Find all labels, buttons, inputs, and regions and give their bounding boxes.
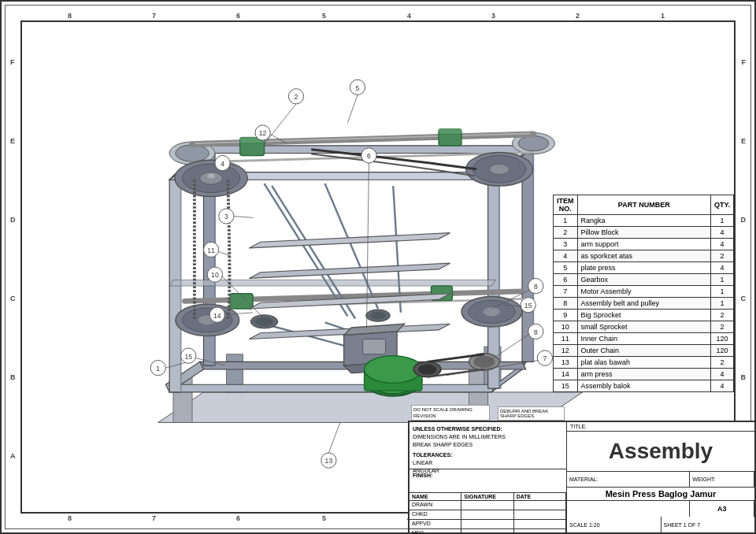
part-qty: 120 [710,333,733,345]
notes-label: UNLESS OTHERWISE SPECIFIED: [413,425,563,433]
table-row: 1Rangka1 [554,215,734,227]
part-qty: 2 [710,310,733,321]
drawing-title: Assembly [567,432,754,472]
mfg-date [514,529,566,534]
part-qty: 2 [710,321,733,333]
grid-num-top-2: 2 [576,12,580,20]
svg-point-83 [370,312,385,320]
svg-text:15: 15 [524,302,532,310]
grid-letter-right-C: C [741,295,747,302]
svg-text:6: 6 [367,152,371,160]
table-row: 13plat alas bawah2 [554,357,734,369]
part-qty: 1 [710,298,733,310]
grid-num-top-8: 8 [68,12,72,20]
part-item-no: 2 [554,227,578,239]
svg-marker-5 [169,384,499,392]
svg-text:13: 13 [325,457,333,465]
linear-label: LINEAR [413,459,563,467]
table-row: 11Inner Chain120 [554,333,734,345]
svg-line-98 [347,95,358,123]
table-row: 6Gearbox1 [554,274,734,286]
header-qty: QTY. [710,195,733,215]
svg-text:8: 8 [534,283,538,291]
chkd-label: CHKD [410,510,461,519]
part-item-no: 12 [554,345,578,357]
part-number: plat alas bawah [577,357,710,369]
part-item-no: 7 [554,286,578,298]
svg-line-89 [265,104,296,144]
dwg-no [567,501,690,517]
part-qty: 4 [710,380,733,392]
grid-num-top-7: 7 [152,12,156,20]
part-item-no: 6 [554,274,578,286]
grid-letter-left-D: D [10,216,16,224]
notes-line2: BREAK SHARP EDGES [413,441,563,449]
table-row: 4as sporkcet atas2 [554,250,734,262]
part-item-no: 15 [554,380,578,392]
svg-point-29 [518,135,549,150]
svg-line-122 [328,422,339,453]
svg-text:15: 15 [184,353,192,361]
part-number: Assembly balok [577,380,710,392]
scale: SCALE 1:20 [567,517,662,532]
grid-num-bot-6: 6 [236,514,240,522]
grid-letter-right-F: F [742,58,747,66]
svg-text:3: 3 [224,213,228,221]
part-item-no: 13 [554,357,578,369]
svg-text:10: 10 [211,271,219,279]
chkd-signature [461,510,513,519]
table-row: 10small Sprocket2 [554,321,734,333]
grid-num-bot-5: 5 [322,514,326,522]
svg-text:5: 5 [356,84,360,92]
part-item-no: 14 [554,369,578,380]
grid-num-top-5: 5 [322,12,326,20]
appvd-date [514,520,566,528]
sheet: SHEET 1 OF 7 [662,517,755,532]
part-qty: 120 [710,345,733,357]
parts-table: ITEM NO. PART NUMBER QTY. 1Rangka12Pillo… [553,195,734,392]
notes-section: UNLESS OTHERWISE SPECIFIED: DIMENSIONS A… [410,422,566,469]
drawn-signature [461,501,513,510]
appvd-label: APPVD [410,520,461,528]
drawing-sheet: 8 7 6 5 4 3 2 1 8 7 6 5 4 3 2 1 F E D C … [0,0,756,534]
svg-text:7: 7 [543,354,547,362]
part-qty: 1 [710,215,733,227]
title-label: TITLE: [567,422,754,432]
grid-letter-left-B: B [10,373,16,381]
svg-line-56 [325,184,378,309]
grid-letter-right-E: E [741,137,746,145]
svg-text:1: 1 [156,365,160,373]
notes-line1: DIMENSIONS ARE IN MILLIMETERS [413,433,563,441]
table-row: 14arm press4 [554,369,734,380]
part-number: Inner Chain [577,333,710,345]
drawn-label: DRAWN [410,501,461,510]
svg-text:4: 4 [220,160,224,168]
grid-letter-right-D: D [741,216,747,224]
table-row: 15Assembly balok4 [554,380,734,392]
part-number: arm support [577,239,710,250]
svg-text:11: 11 [207,247,215,254]
header-part-number: PART NUMBER [577,195,710,215]
part-qty: 4 [710,227,733,239]
date-header: DATE [514,493,566,500]
table-row: 7Motor Assembly1 [554,286,734,298]
appvd-signature [461,520,513,528]
part-qty: 2 [710,250,733,262]
part-number: Outer Chain [577,345,710,357]
part-number: plate press [577,262,710,274]
grid-num-top-4: 4 [407,12,411,20]
weight-label: WEIGHT: [690,472,754,487]
part-number: Assembly belt and pulley [577,298,710,310]
name-header: NAME [410,493,461,500]
grid-letter-left-A: A [10,452,16,460]
part-item-no: 8 [554,298,578,310]
svg-rect-36 [439,129,461,135]
part-number: as sporkcet atas [577,250,710,262]
part-item-no: 4 [554,250,578,262]
svg-line-92 [234,216,253,217]
part-number: Motor Assembly [577,286,710,298]
svg-text:2: 2 [295,93,298,101]
part-number: Big Sprocket [577,310,710,321]
part-number: small Sprocket [577,321,710,333]
svg-marker-61 [249,263,450,278]
